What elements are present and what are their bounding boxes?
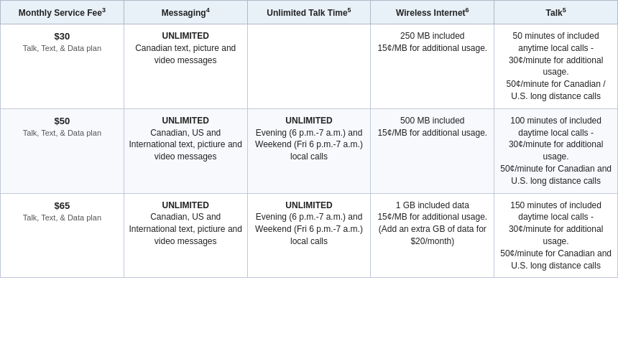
header-unlimited-talk-time: Unlimited Talk Time5	[247, 1, 371, 24]
messaging-detail: Canadian, US and International text, pic…	[129, 211, 243, 247]
cell-talktime-1: UNLIMITEDEvening (6 p.m.-7 a.m.) and Wee…	[247, 108, 371, 193]
header-superscript: 6	[466, 6, 469, 14]
plan-price: $30	[5, 30, 119, 43]
cell-wireless-1: 500 MB included15¢/MB for additional usa…	[371, 108, 494, 193]
talktime-unlimited: UNLIMITED	[252, 115, 366, 127]
header-monthly-service-fee: Monthly Service Fee3	[1, 1, 124, 24]
cell-messaging-2: UNLIMITEDCanadian, US and International …	[124, 193, 247, 278]
table-row: $30Talk, Text, & Data planUNLIMITEDCanad…	[1, 24, 618, 109]
talktime-detail: Evening (6 p.m.-7 a.m.) and Weekend (Fri…	[252, 211, 366, 247]
plan-label: Talk, Text, & Data plan	[5, 128, 119, 139]
cell-talktime-0	[247, 24, 371, 109]
plan-price: $65	[5, 200, 119, 213]
messaging-unlimited: UNLIMITED	[129, 115, 243, 127]
talktime-detail: Evening (6 p.m.-7 a.m.) and Weekend (Fri…	[252, 127, 366, 163]
wireless-detail: 250 MB included15¢/MB for additional usa…	[375, 30, 489, 55]
header-superscript: 4	[206, 6, 210, 14]
plan-label: Talk, Text, & Data plan	[5, 43, 119, 54]
messaging-detail: Canadian, US and International text, pic…	[129, 127, 243, 163]
cell-talk-2: 150 minutes of included daytime local ca…	[494, 193, 618, 278]
header-label: Messaging	[162, 8, 206, 18]
header-superscript: 5	[348, 6, 351, 14]
talktime-unlimited: UNLIMITED	[252, 200, 366, 212]
cell-messaging-0: UNLIMITEDCanadian text, picture and vide…	[124, 24, 247, 109]
messaging-unlimited: UNLIMITED	[129, 30, 243, 42]
header-label: Talk	[546, 8, 563, 18]
wireless-detail: 500 MB included15¢/MB for additional usa…	[375, 115, 489, 139]
messaging-detail: Canadian text, picture and video message…	[129, 42, 243, 67]
header-talk: Talk5	[494, 1, 618, 24]
plan-price: $50	[5, 115, 119, 128]
table-row: $65Talk, Text, & Data planUNLIMITEDCanad…	[1, 193, 618, 278]
cell-wireless-2: 1 GB included data15¢/MB for additional …	[371, 193, 494, 278]
messaging-unlimited: UNLIMITED	[129, 200, 243, 212]
header-label: Monthly Service Fee	[19, 8, 102, 18]
header-messaging: Messaging4	[124, 1, 247, 24]
cell-talktime-2: UNLIMITEDEvening (6 p.m.-7 a.m.) and Wee…	[247, 193, 371, 278]
talk-detail: 150 minutes of included daytime local ca…	[499, 200, 613, 272]
header-label: Unlimited Talk Time	[267, 8, 347, 18]
wireless-detail: 1 GB included data15¢/MB for additional …	[375, 200, 489, 248]
cell-wireless-0: 250 MB included15¢/MB for additional usa…	[371, 24, 494, 109]
cell-messaging-1: UNLIMITEDCanadian, US and International …	[124, 108, 247, 193]
header-wireless-internet: Wireless Internet6	[371, 1, 494, 24]
cell-fee-2: $65Talk, Text, & Data plan	[1, 193, 124, 278]
header-label: Wireless Internet	[396, 8, 466, 18]
cell-talk-0: 50 minutes of included anytime local cal…	[494, 24, 618, 109]
header-superscript: 3	[102, 6, 106, 14]
plan-label: Talk, Text, & Data plan	[5, 213, 119, 223]
table-row: $50Talk, Text, & Data planUNLIMITEDCanad…	[1, 108, 618, 193]
talk-detail: 50 minutes of included anytime local cal…	[499, 30, 613, 103]
header-superscript: 5	[563, 6, 566, 14]
cell-fee-0: $30Talk, Text, & Data plan	[1, 24, 124, 109]
talk-detail: 100 minutes of included daytime local ca…	[499, 115, 613, 187]
cell-talk-1: 100 minutes of included daytime local ca…	[494, 108, 618, 193]
cell-fee-1: $50Talk, Text, & Data plan	[1, 108, 124, 193]
